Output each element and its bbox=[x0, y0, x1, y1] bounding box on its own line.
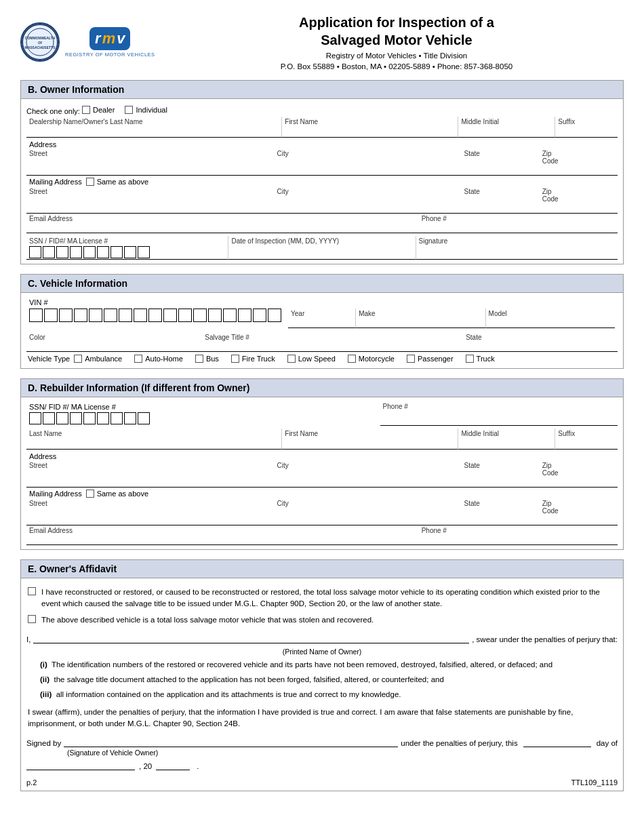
item-i-text: The identification numbers of the restor… bbox=[52, 660, 552, 669]
section-d: D. Rebuilder Information (If different f… bbox=[20, 378, 624, 550]
bus-checkbox[interactable] bbox=[195, 355, 203, 363]
d-phone-label: Phone # bbox=[383, 403, 615, 410]
section-d-content: SSN/ FID #/ MA License # Phone # bbox=[20, 397, 624, 550]
ssn-box-3[interactable] bbox=[56, 246, 68, 258]
vin-box-12[interactable] bbox=[193, 309, 207, 322]
vin-box-13[interactable] bbox=[208, 309, 222, 322]
motorcycle-checkbox-label[interactable]: Motorcycle bbox=[348, 355, 395, 363]
ssn-box-2[interactable] bbox=[43, 246, 55, 258]
vin-box-11[interactable] bbox=[178, 309, 192, 322]
d-suffix-label: Suffix bbox=[558, 430, 615, 437]
d-phone-field: Phone # bbox=[380, 401, 618, 426]
vin-box-4[interactable] bbox=[74, 309, 87, 322]
ma-seal: COMMONWEALTH OF MASSACHUSETTS bbox=[20, 22, 60, 62]
comma-20-label: , 20 bbox=[139, 762, 152, 770]
day-line[interactable] bbox=[523, 736, 591, 747]
truck-checkbox[interactable] bbox=[466, 355, 474, 363]
ssn-boxes bbox=[29, 246, 225, 258]
passenger-checkbox[interactable] bbox=[407, 355, 415, 363]
mailing-state-field: State bbox=[462, 186, 540, 214]
d-same-as-above-checkbox[interactable] bbox=[86, 490, 94, 498]
vin-box-7[interactable] bbox=[119, 309, 132, 322]
vin-box-6[interactable] bbox=[104, 309, 117, 322]
dealer-checkbox[interactable] bbox=[82, 106, 90, 114]
d-ssn-box-4[interactable] bbox=[70, 412, 82, 424]
d-phone2-label: Phone # bbox=[422, 527, 615, 534]
affidavit-text-2: The above described vehicle is a total l… bbox=[41, 614, 374, 626]
passenger-checkbox-label[interactable]: Passenger bbox=[407, 355, 454, 363]
same-as-above-checkbox[interactable] bbox=[86, 178, 94, 186]
d-city-field: City bbox=[274, 460, 461, 488]
d-middle-initial-label: Middle Initial bbox=[461, 430, 552, 437]
d-street-field: Street bbox=[26, 460, 274, 488]
d-ssn-box-9[interactable] bbox=[138, 412, 150, 424]
signed-by-label: Signed by bbox=[26, 739, 61, 747]
vin-box-8[interactable] bbox=[134, 309, 147, 322]
affidavit-checkbox-1[interactable] bbox=[28, 587, 36, 595]
truck-checkbox-label[interactable]: Truck bbox=[466, 355, 495, 363]
ssn-box-9[interactable] bbox=[138, 246, 150, 258]
vin-box-1[interactable] bbox=[29, 309, 43, 322]
affidavit-checkbox-2[interactable] bbox=[28, 615, 36, 623]
ambulance-checkbox-label[interactable]: Ambulance bbox=[74, 355, 122, 363]
year-make-model-row: Year Make Model bbox=[288, 309, 615, 328]
d-email-field: Email Address bbox=[26, 525, 419, 545]
d-ssn-box-2[interactable] bbox=[43, 412, 55, 424]
affidavit-text-1: I have reconstructed or restored, or cau… bbox=[41, 587, 616, 610]
mailing-city-label: City bbox=[277, 188, 458, 195]
ssn-box-8[interactable] bbox=[124, 246, 136, 258]
d-mailing-street-label: Street bbox=[29, 500, 271, 507]
vin-box-10[interactable] bbox=[163, 309, 177, 322]
signed-by-line[interactable] bbox=[64, 738, 398, 747]
d-ssn-box-7[interactable] bbox=[110, 412, 123, 424]
d-same-as-above-label[interactable]: Same as above bbox=[86, 490, 148, 498]
d-ssn-box-1[interactable] bbox=[29, 412, 41, 424]
d-ssn-box-8[interactable] bbox=[124, 412, 136, 424]
email-phone-row: Email Address Phone # bbox=[26, 214, 618, 233]
d-phone2-field: Phone # bbox=[419, 525, 618, 545]
ssn-box-4[interactable] bbox=[70, 246, 82, 258]
model-field: Model bbox=[486, 309, 615, 328]
footer-row: p.2 TTL109_1119 bbox=[26, 778, 618, 787]
d-ssn-box-5[interactable] bbox=[83, 412, 96, 424]
vin-box-14[interactable] bbox=[223, 309, 237, 322]
firetruck-checkbox-label[interactable]: Fire Truck bbox=[231, 355, 275, 363]
ambulance-checkbox[interactable] bbox=[74, 355, 82, 363]
dealership-name-label: Dealership Name/Owner's Last Name bbox=[29, 118, 279, 125]
year-line[interactable] bbox=[156, 761, 190, 770]
vin-box-3[interactable] bbox=[59, 309, 73, 322]
same-as-above-checkbox-label[interactable]: Same as above bbox=[86, 178, 148, 186]
d-street-row: Street City State Zip Code bbox=[26, 460, 618, 488]
motorcycle-checkbox[interactable] bbox=[348, 355, 356, 363]
vin-box-5[interactable] bbox=[89, 309, 102, 322]
date-line[interactable] bbox=[26, 761, 135, 770]
d-ssn-box-6[interactable] bbox=[97, 412, 109, 424]
mailing-street-label: Street bbox=[29, 188, 271, 195]
dealer-checkbox-label[interactable]: Dealer bbox=[82, 106, 115, 114]
salvage-title-field: Salvage Title # bbox=[202, 332, 463, 352]
middle-initial-field: Middle Initial bbox=[458, 117, 555, 138]
vin-box-15[interactable] bbox=[238, 309, 251, 322]
ssn-box-6[interactable] bbox=[97, 246, 109, 258]
dealership-name-field: Dealership Name/Owner's Last Name bbox=[26, 117, 282, 138]
firetruck-checkbox[interactable] bbox=[231, 355, 239, 363]
vin-box-16[interactable] bbox=[253, 309, 266, 322]
printed-name-line[interactable] bbox=[33, 633, 469, 643]
autohome-checkbox-label[interactable]: Auto-Home bbox=[134, 355, 183, 363]
bus-checkbox-label[interactable]: Bus bbox=[195, 355, 219, 363]
page-title-area: Application for Inspection of a Salvaged… bbox=[169, 14, 624, 71]
printed-name-caption: (Printed Name of Owner) bbox=[26, 646, 618, 656]
vin-box-9[interactable] bbox=[148, 309, 162, 322]
vin-box-17[interactable] bbox=[268, 309, 281, 322]
ssn-box-5[interactable] bbox=[83, 246, 96, 258]
ssn-box-1[interactable] bbox=[29, 246, 41, 258]
ssn-box-7[interactable] bbox=[110, 246, 123, 258]
vin-box-2[interactable] bbox=[44, 309, 58, 322]
individual-checkbox[interactable] bbox=[125, 106, 133, 114]
d-ssn-box-3[interactable] bbox=[56, 412, 68, 424]
d-mailing-row: Mailing Address Same as above bbox=[26, 488, 618, 498]
lowspeed-checkbox-label[interactable]: Low Speed bbox=[287, 355, 336, 363]
individual-checkbox-label[interactable]: Individual bbox=[125, 106, 167, 114]
lowspeed-checkbox[interactable] bbox=[287, 355, 296, 363]
autohome-checkbox[interactable] bbox=[134, 355, 142, 363]
